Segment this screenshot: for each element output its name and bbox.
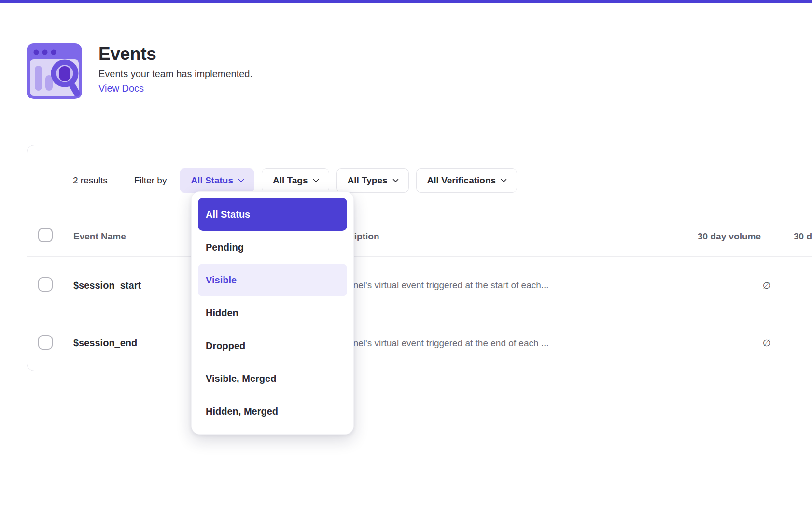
- filter-all-verifications[interactable]: All Verifications: [416, 168, 518, 193]
- filter-all-types[interactable]: All Types: [336, 168, 409, 193]
- chevron-down-icon: [392, 176, 399, 182]
- filter-by-label: Filter by: [134, 175, 167, 186]
- events-table-card: 2 results Filter by All Status All Tags …: [27, 145, 812, 371]
- chevron-down-icon: [501, 176, 507, 182]
- status-option-dropped[interactable]: Dropped: [198, 329, 347, 362]
- filter-label: All Status: [191, 175, 233, 186]
- status-dropdown-menu: All Status Pending Visible Hidden Droppe…: [191, 191, 354, 435]
- filter-bar: 2 results Filter by All Status All Tags …: [27, 145, 812, 216]
- filter-pills: All Status All Tags All Types All Verifi…: [180, 168, 517, 193]
- page-title: Events: [98, 44, 252, 64]
- results-count: 2 results: [73, 175, 108, 186]
- page-subtitle: Events your team has implemented.: [98, 69, 252, 80]
- column-header-30-day-users: 30 d: [770, 231, 812, 242]
- status-option-visible-merged[interactable]: Visible, Merged: [198, 362, 347, 395]
- chevron-down-icon: [313, 176, 319, 182]
- row-checkbox[interactable]: [38, 335, 53, 350]
- table-row[interactable]: $session_start Mixpanel's virtual event …: [27, 257, 812, 314]
- event-30-day-volume: ∅: [762, 337, 770, 349]
- column-header-30-day-volume: 30 day volume: [698, 231, 770, 242]
- status-option-pending[interactable]: Pending: [198, 231, 347, 264]
- status-option-hidden[interactable]: Hidden: [198, 296, 347, 329]
- event-description: Mixpanel's virtual event triggered at th…: [329, 280, 638, 291]
- filter-all-status[interactable]: All Status: [180, 168, 254, 193]
- filter-label: All Tags: [273, 175, 308, 186]
- column-header-description: Description: [329, 231, 638, 242]
- view-docs-link[interactable]: View Docs: [98, 83, 144, 94]
- filter-label: All Verifications: [427, 175, 496, 186]
- event-description: Mixpanel's virtual event triggered at th…: [329, 338, 638, 349]
- browser-analytics-icon: [27, 43, 82, 99]
- filter-label: All Types: [348, 175, 388, 186]
- status-option-visible[interactable]: Visible: [198, 264, 347, 296]
- events-app-icon: [27, 43, 82, 99]
- status-option-all-status[interactable]: All Status: [198, 198, 347, 231]
- select-all-checkbox[interactable]: [38, 228, 53, 242]
- page-header: Events Events your team has implemented.…: [27, 43, 252, 99]
- status-option-hidden-merged[interactable]: Hidden, Merged: [198, 395, 347, 428]
- filter-all-tags[interactable]: All Tags: [262, 168, 329, 193]
- table-header-row: Event Name Description 30 day volume 30 …: [27, 216, 812, 257]
- chevron-down-icon: [238, 176, 244, 182]
- event-30-day-volume: ∅: [762, 280, 770, 291]
- table-row[interactable]: $session_end Mixpanel's virtual event tr…: [27, 314, 812, 372]
- row-checkbox[interactable]: [38, 277, 53, 292]
- vertical-divider: [121, 170, 121, 191]
- top-accent-bar: [0, 0, 812, 3]
